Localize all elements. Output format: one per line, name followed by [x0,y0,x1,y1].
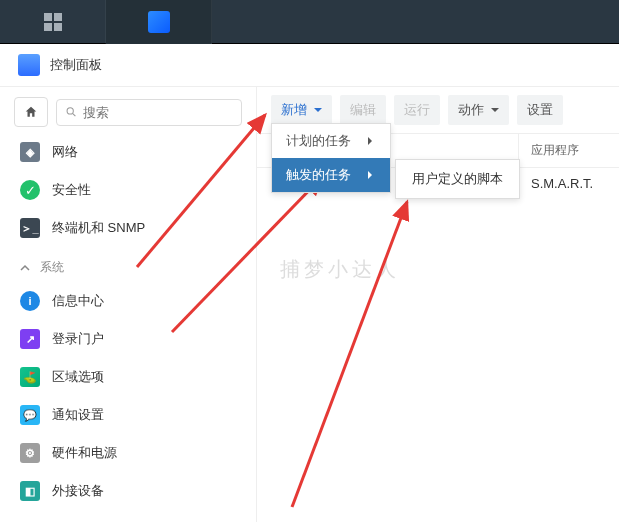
control-panel-icon [18,54,40,76]
sidebar-item-external-devices[interactable]: ◧ 外接设备 [14,472,242,510]
svg-line-4 [292,202,407,507]
region-icon: ⛳ [20,367,40,387]
sidebar-item-label: 通知设置 [52,406,104,424]
hardware-icon: ⚙ [20,443,40,463]
chevron-right-icon [368,137,376,145]
col-app[interactable]: 应用程序 [519,134,619,167]
watermark-text: 捕梦小达人 [280,256,400,283]
search-field[interactable] [56,99,242,126]
top-app-button[interactable] [106,0,212,44]
edit-button[interactable]: 编辑 [340,95,386,125]
home-button[interactable] [14,97,48,127]
window-titlebar: 控制面板 [0,44,619,87]
sidebar-item-login-portal[interactable]: ↗ 登录门户 [14,320,242,358]
section-label: 系统 [40,259,64,276]
sidebar-item-label: 区域选项 [52,368,104,386]
info-icon: i [20,291,40,311]
control-panel-app-icon [148,11,170,33]
sidebar-item-label: 网络 [52,143,78,161]
new-dropdown: 计划的任务 触发的任务 [271,123,391,193]
sidebar-item-network[interactable]: ◈ 网络 [14,133,242,171]
svg-line-1 [73,114,76,117]
triggered-task-submenu: 用户定义的脚本 [395,159,520,199]
sidebar-item-label: 登录门户 [52,330,104,348]
svg-point-0 [67,108,73,114]
device-icon: ◧ [20,481,40,501]
shield-icon: ✓ [20,180,40,200]
sidebar-section-system[interactable]: 系统 [14,247,242,282]
sidebar-item-label: 外接设备 [52,482,104,500]
sidebar-item-terminal-snmp[interactable]: ＞_ 终端机和 SNMP [14,209,242,247]
network-icon: ◈ [20,142,40,162]
chat-icon: 💬 [20,405,40,425]
terminal-icon: ＞_ [20,218,40,238]
search-icon [65,105,77,119]
dropdown-item-scheduled-task[interactable]: 计划的任务 [272,124,390,158]
dropdown-item-label: 触发的任务 [286,166,351,184]
home-icon [24,105,38,119]
dropdown-item-label: 计划的任务 [286,132,351,150]
chevron-right-icon [368,171,376,179]
portal-icon: ↗ [20,329,40,349]
cell-app: S.M.A.R.T. [519,168,619,199]
sidebar-item-region[interactable]: ⛳ 区域选项 [14,358,242,396]
sidebar-item-security[interactable]: ✓ 安全性 [14,171,242,209]
submenu-item-user-defined-script[interactable]: 用户定义的脚本 [396,162,519,196]
dropdown-item-triggered-task[interactable]: 触发的任务 [272,158,390,192]
sidebar-item-hardware-power[interactable]: ⚙ 硬件和电源 [14,434,242,472]
settings-button[interactable]: 设置 [517,95,563,125]
chevron-up-icon [20,263,30,273]
sidebar-item-label: 终端机和 SNMP [52,219,145,237]
sidebar-item-label: 硬件和电源 [52,444,117,462]
search-input[interactable] [83,105,233,120]
run-button[interactable]: 运行 [394,95,440,125]
sidebar-item-label: 信息中心 [52,292,104,310]
top-grid-button[interactable] [0,0,106,44]
window-title: 控制面板 [50,56,102,74]
action-button[interactable]: 动作 [448,95,509,125]
sidebar-item-label: 安全性 [52,181,91,199]
sidebar-item-info-center[interactable]: i 信息中心 [14,282,242,320]
sidebar-item-notification[interactable]: 💬 通知设置 [14,396,242,434]
grid-icon [44,13,62,31]
new-button[interactable]: 新增 [271,95,332,125]
